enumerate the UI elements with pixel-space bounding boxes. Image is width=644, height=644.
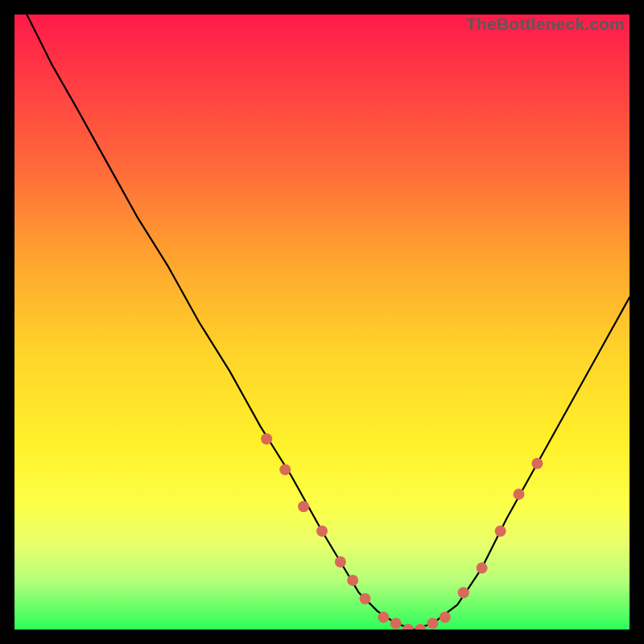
marker-dot	[347, 575, 358, 586]
marker-dot	[495, 526, 506, 537]
marker-dot	[335, 556, 346, 568]
marker-dot	[458, 587, 469, 598]
marker-dot	[390, 617, 402, 629]
marker-dot	[402, 624, 414, 630]
marker-dot	[279, 464, 291, 475]
marker-dot	[360, 593, 371, 605]
chart-area: TheBottleneck.com	[14, 14, 630, 630]
main-curve	[27, 14, 630, 630]
marker-dot	[261, 433, 272, 444]
marker-dot	[316, 526, 328, 537]
marker-dot	[440, 612, 451, 623]
marker-dot	[531, 458, 543, 469]
marker-dot	[415, 624, 426, 630]
marker-dot	[298, 501, 309, 512]
plot-svg	[14, 14, 630, 630]
marker-dot	[514, 489, 525, 500]
marker-dot	[427, 617, 439, 629]
marker-dot	[477, 563, 488, 574]
marker-dots	[261, 433, 543, 630]
marker-dot	[378, 612, 389, 623]
